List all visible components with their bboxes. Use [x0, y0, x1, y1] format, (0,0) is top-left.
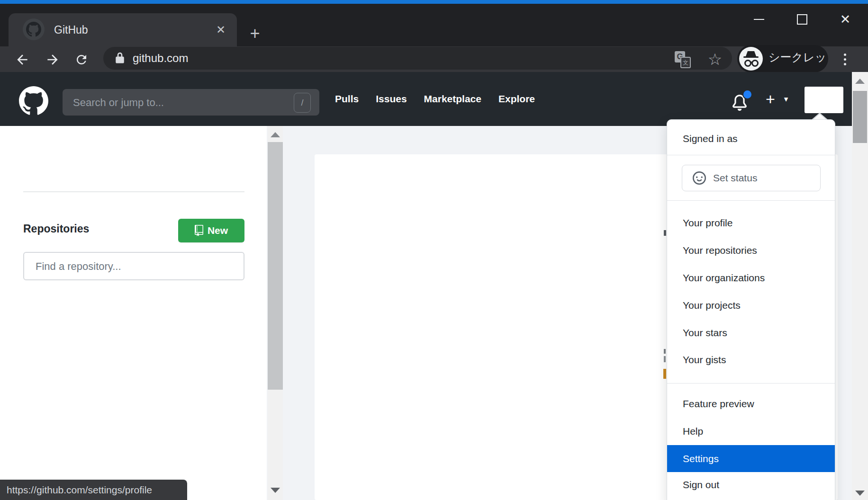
hidden-content-fragment [663, 369, 666, 379]
nav-marketplace[interactable]: Marketplace [424, 93, 481, 105]
menu-item-your-repositories[interactable]: Your repositories [667, 237, 835, 264]
scroll-up-arrow-icon[interactable] [855, 79, 865, 84]
sidebar-divider [23, 191, 244, 192]
github-favicon-icon [23, 18, 45, 40]
browser-window: GitHub ✕ + ✕ github.com G 文 ☆ [0, 0, 868, 500]
menu-item-settings[interactable]: Settings [667, 445, 835, 472]
github-search-box[interactable]: / [63, 89, 319, 116]
browser-toolbar: github.com G 文 ☆ シークレット [0, 46, 868, 72]
menu-item-your-gists[interactable]: Your gists [667, 346, 835, 374]
repositories-heading: Repositories [23, 223, 89, 235]
nav-pulls[interactable]: Pulls [335, 93, 359, 105]
set-status-button[interactable]: Set status [682, 165, 821, 191]
hidden-content-fragment [664, 230, 666, 236]
window-maximize-button[interactable] [786, 8, 819, 31]
user-dropdown-menu: Signed in as Set status Your profile You… [667, 119, 835, 500]
forward-button[interactable] [42, 49, 63, 70]
menu-item-your-profile[interactable]: Your profile [667, 209, 835, 237]
find-repository-input[interactable] [35, 253, 235, 280]
create-new-caret-icon[interactable]: ▾ [780, 90, 792, 109]
menu-item-your-projects[interactable]: Your projects [667, 292, 835, 319]
slash-key-badge: / [294, 93, 311, 113]
nav-explore[interactable]: Explore [498, 93, 535, 105]
browser-menu-icon[interactable] [838, 50, 852, 68]
signed-in-as-label: Signed in as [667, 125, 835, 152]
search-input[interactable] [72, 89, 282, 116]
window-close-button[interactable]: ✕ [829, 8, 862, 31]
scroll-up-arrow-icon[interactable] [271, 132, 280, 137]
link-status-bubble: https://github.com/settings/profile [0, 480, 187, 500]
reload-button[interactable] [71, 49, 92, 70]
window-minimize-button[interactable] [742, 8, 776, 31]
find-repository-field[interactable] [23, 252, 244, 280]
hidden-content-fragment [664, 356, 666, 362]
menu-item-help[interactable]: Help [667, 418, 835, 445]
nav-issues[interactable]: Issues [376, 93, 407, 105]
smiley-icon [693, 171, 706, 185]
scroll-down-arrow-icon[interactable] [271, 488, 280, 493]
browser-tab[interactable]: GitHub ✕ [9, 13, 237, 46]
create-new-plus-icon[interactable]: + [762, 86, 779, 112]
window-top-accent [0, 0, 868, 4]
notification-dot [742, 89, 752, 99]
menu-item-your-organizations[interactable]: Your organizations [667, 264, 835, 292]
incognito-label: シークレット [769, 45, 828, 70]
address-bar[interactable]: github.com [103, 47, 732, 70]
user-avatar[interactable] [805, 87, 843, 113]
github-nav: Pulls Issues Marketplace Explore [335, 72, 535, 126]
hidden-content-fragment [664, 349, 666, 354]
menu-divider [667, 155, 835, 155]
repo-icon [195, 225, 203, 236]
bookmark-star-icon[interactable]: ☆ [704, 47, 726, 71]
menu-item-your-stars[interactable]: Your stars [667, 319, 835, 347]
browser-scrollbar-thumb[interactable] [853, 91, 867, 143]
incognito-icon [739, 47, 763, 71]
content-scrollbar-thumb[interactable] [268, 142, 283, 390]
menu-divider [667, 200, 835, 201]
scroll-down-arrow-icon[interactable] [855, 491, 865, 496]
menu-item-sign-out[interactable]: Sign out [667, 471, 835, 499]
tab-bar: GitHub ✕ + ✕ [0, 4, 868, 46]
translate-icon[interactable]: G 文 [675, 50, 691, 68]
menu-item-feature-preview[interactable]: Feature preview [667, 390, 835, 418]
tab-title: GitHub [54, 13, 88, 46]
new-tab-button[interactable]: + [244, 24, 265, 45]
github-logo-icon[interactable] [19, 86, 48, 116]
set-status-label: Set status [713, 172, 757, 184]
lock-icon[interactable] [115, 52, 125, 67]
url-text: github.com [133, 47, 188, 70]
menu-divider [667, 383, 835, 384]
new-repository-button[interactable]: New [178, 219, 244, 242]
back-button[interactable] [12, 49, 33, 70]
tab-close-icon[interactable]: ✕ [207, 13, 235, 46]
incognito-badge: シークレット [737, 45, 828, 72]
github-header: / Pulls Issues Marketplace Explore + ▾ [0, 72, 852, 126]
new-button-label: New [208, 225, 228, 236]
